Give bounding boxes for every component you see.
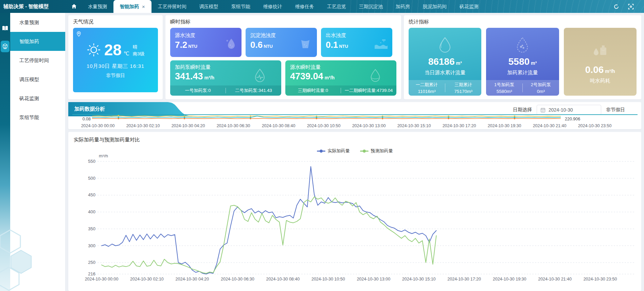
dosing-overview-chart: 0.08220.9062024-10-30 00:002024-10-30 02… [72, 114, 637, 129]
sun-icon [87, 43, 101, 57]
holiday-status: 非节假日 [606, 107, 625, 113]
footer-value: 0m³ [523, 89, 559, 94]
svg-text:0.08: 0.08 [83, 117, 91, 121]
svg-text:500: 500 [88, 176, 95, 181]
footer-key: 三期累计 [445, 82, 482, 88]
sidebar: 水量预测 智能加药 工艺停留时间 调压模型 矾花监测 泵组节能 [10, 13, 66, 291]
comparison-panel: 实际加药量与预测加药量对比 实际加药量 预测加药量 55050045040035… [68, 132, 641, 291]
refresh-icon [613, 4, 619, 9]
tab-maintenance-tasks[interactable]: 维修任务 [289, 0, 321, 13]
svg-text:450: 450 [88, 192, 95, 197]
tab-phase3-sedimentation[interactable]: 三期沉淀池 [353, 0, 389, 13]
tab-process-overview[interactable]: 工艺总览 [321, 0, 353, 13]
refresh-button[interactable] [613, 4, 619, 9]
legend-line-marker [360, 151, 369, 152]
card-unit: NTU [339, 44, 348, 49]
card-value: 0.06 [585, 64, 604, 75]
fullscreen-button[interactable] [628, 4, 634, 9]
svg-text:2024-10-30 15:10: 2024-10-30 15:10 [397, 123, 431, 128]
card-unit: m³ [531, 60, 537, 66]
card-value: 341.43 [175, 71, 203, 81]
svg-text:2024-10-30 10:50: 2024-10-30 10:50 [311, 277, 345, 282]
stats-panel-title: 统计指标 [409, 15, 637, 28]
sidebar-item-water-forecast[interactable]: 水量预测 [10, 13, 65, 32]
calendar-icon [540, 108, 545, 113]
card-value: 7.2 [175, 40, 187, 50]
svg-text:2024-10-30 17:20: 2024-10-30 17:20 [443, 123, 476, 128]
svg-text:2024-10-30 08:40: 2024-10-30 08:40 [266, 277, 300, 282]
card-unit: m³/h [325, 75, 335, 80]
card-label: 吨水药耗 [564, 78, 637, 84]
sidebar-item-floc-monitor[interactable]: 矾花监测 [10, 89, 65, 108]
svg-text:2024-10-30 13:00: 2024-10-30 13:00 [352, 123, 386, 128]
stats-panel: 统计指标 86186m³ 当日源水累计流量 一二期累计11016m³ 三期累计7… [404, 15, 641, 99]
card-unit: m³/h [605, 69, 615, 74]
card-unit: NTU [188, 44, 197, 49]
instant-panel-title: 瞬时指标 [170, 15, 396, 28]
metrics-row: 天气情况 28 ℃ 晴 南3级 [68, 15, 641, 99]
tab-smart-dosing[interactable]: 智能加药 × [113, 0, 151, 13]
card-footer: 三期瞬时流量:0 一二期瞬时流量:4739.04 [285, 85, 396, 96]
card-value: 0.1 [326, 40, 338, 50]
sidebar-item-process-retention[interactable]: 工艺停留时间 [10, 51, 65, 70]
legend-label: 实际加药量 [328, 148, 350, 154]
svg-text:2024-10-30 23:50: 2024-10-30 23:50 [578, 123, 612, 128]
legend-line-marker [317, 151, 325, 152]
card-unit: m³ [456, 60, 462, 66]
temperature-unit: ℃ [124, 51, 129, 57]
icon-rail [0, 13, 10, 291]
close-icon[interactable]: × [142, 4, 145, 9]
card-sedimentation-turbidity: 沉淀池浊度 0.6NTU [246, 28, 317, 57]
svg-text:m³/h: m³/h [99, 155, 108, 158]
tab-bar: 水量预测 智能加药 × 工艺停留时间 调压模型 泵组节能 维修统计 维修任务 工… [82, 0, 485, 13]
footer-pump1: 一号加药泵:0 [170, 88, 226, 94]
tab-maintenance-stats[interactable]: 维修统计 [257, 0, 289, 13]
book-menu-button[interactable] [0, 23, 10, 33]
footer-key: 2号加药泵 [523, 82, 559, 88]
card-label: 加药累计流量 [486, 70, 559, 76]
tab-smart-dosing-label: 智能加药 [120, 0, 139, 13]
turbidity-cards: 源水浊度 7.2NTU 沉淀池浊度 0.6NTU 出水浊度 0.1NTU [170, 28, 396, 57]
svg-text:216: 216 [88, 271, 95, 276]
water-wave-icon [373, 37, 388, 50]
tab-water-forecast[interactable]: 水量预测 [82, 0, 113, 13]
svg-text:2024-10-30 04:20: 2024-10-30 04:20 [172, 123, 205, 128]
svg-text:2024-10-30 19:30: 2024-10-30 19:30 [493, 277, 526, 282]
tab-process-retention[interactable]: 工艺停留时间 [151, 0, 193, 13]
tab-pump-energy[interactable]: 泵组节能 [225, 0, 257, 13]
tab-pressure-model[interactable]: 调压模型 [193, 0, 225, 13]
sidebar-item-smart-dosing[interactable]: 智能加药 [10, 32, 65, 51]
sidebar-item-pressure-model[interactable]: 调压模型 [10, 70, 65, 89]
footer-key: 1号加药泵 [486, 82, 522, 88]
model-menu-button[interactable] [1, 41, 10, 52]
svg-text:550: 550 [88, 159, 95, 164]
app-title: 辅助决策 - 智能模型 [0, 0, 67, 13]
chart-legend: 实际加药量 预测加药量 [74, 148, 636, 154]
sidebar-item-pump-energy[interactable]: 泵组节能 [10, 108, 65, 127]
card-raw-water-flow: 源水瞬时流量 4739.04m³/h 三期瞬时流量:0 一二期瞬时流量:4739… [285, 60, 396, 96]
tab-sludge-dosing-room[interactable]: 脱泥加药间 [416, 0, 453, 13]
date-value: 2024-10-30 [549, 107, 573, 113]
sparkline-svg: 0.08220.9062024-10-30 00:002024-10-30 02… [72, 114, 638, 129]
home-icon [71, 4, 77, 9]
cup-bubbles-icon [299, 37, 312, 50]
svg-text:2024-10-30 21:40: 2024-10-30 21:40 [533, 123, 567, 128]
water-drop-icon [436, 37, 453, 54]
tab-floc-monitor[interactable]: 矾花监测 [453, 0, 485, 13]
legend-actual[interactable]: 实际加药量 [317, 148, 350, 154]
weather-now: 28 ℃ 晴 南3级 [73, 42, 158, 58]
home-button[interactable] [67, 0, 82, 13]
svg-text:400: 400 [88, 209, 95, 214]
card-footer: 一二期累计11016m³ 三期累计75170m³ [409, 80, 481, 96]
card-outlet-turbidity: 出水浊度 0.1NTU [321, 28, 392, 57]
svg-text:2024-10-30 02:10: 2024-10-30 02:10 [130, 277, 164, 282]
droplet-bubbles-icon [223, 37, 237, 50]
fullscreen-icon [628, 4, 634, 9]
footer-value: 75170m³ [445, 89, 482, 94]
card-raw-water-turbidity: 源水浊度 7.2NTU [170, 28, 242, 57]
wind-text: 南3级 [133, 51, 145, 57]
footer-value: 11016m³ [409, 89, 445, 94]
legend-predicted[interactable]: 预测加药量 [360, 148, 393, 154]
tab-dosing-room[interactable]: 加药房 [389, 0, 416, 13]
condition-text: 晴 [133, 44, 145, 51]
